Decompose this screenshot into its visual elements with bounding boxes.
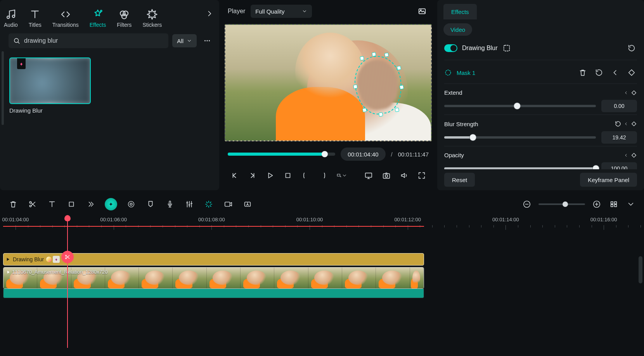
param-blur-strength: Blur Strength 19.42 — [444, 115, 637, 146]
prev-keyframe-icon[interactable] — [610, 67, 621, 78]
subtab-video[interactable]: Video — [443, 23, 472, 36]
marker-button[interactable] — [145, 199, 156, 210]
results-grid: ♦ Drawing Blur — [0, 54, 219, 118]
zoom-in-button[interactable] — [591, 199, 602, 210]
tab-titles[interactable]: Titles — [29, 9, 42, 28]
video-clip[interactable]: 1110670_Amusement_Relation_1280x720 — [3, 267, 424, 289]
blur-strength-value[interactable]: 19.42 — [601, 131, 637, 144]
aspect-ratio-button[interactable] — [336, 170, 347, 181]
svg-rect-13 — [337, 174, 340, 176]
tab-audio[interactable]: Audio — [4, 9, 18, 28]
reset-mask-button[interactable] — [594, 67, 604, 78]
voiceover-button[interactable] — [164, 199, 175, 210]
keyframe-panel-button[interactable]: Keyframe Panel — [580, 173, 637, 187]
audio-mixer-button[interactable] — [184, 199, 195, 210]
add-keyframe-button[interactable] — [631, 121, 637, 127]
mask-handle[interactable] — [379, 112, 383, 116]
mask-handle[interactable] — [400, 85, 404, 89]
mark-in-button[interactable] — [301, 170, 310, 181]
mask-name[interactable]: Mask 1 — [457, 69, 475, 76]
mask-handle[interactable] — [395, 108, 399, 112]
svg-point-8 — [207, 40, 208, 42]
svg-rect-25 — [169, 201, 171, 205]
tab-effects-panel[interactable]: Effects — [443, 4, 477, 19]
mask-handle[interactable] — [360, 56, 364, 61]
total-time: 00:01:11:47 — [398, 151, 429, 158]
tabs-next-icon[interactable] — [203, 7, 216, 20]
reset-button[interactable]: Reset — [444, 173, 475, 187]
mark-out-button[interactable] — [319, 170, 328, 181]
stop-button[interactable] — [283, 170, 293, 181]
delete-clip-button[interactable] — [8, 199, 19, 210]
player-canvas[interactable] — [225, 24, 432, 141]
play-button[interactable] — [265, 170, 275, 181]
camera-snapshot-button[interactable] — [382, 170, 391, 181]
prev-keyframe-icon[interactable] — [624, 153, 628, 158]
playhead-split-icon[interactable] — [61, 251, 74, 263]
media-library-pane: Audio Titles Transitions Effects Filters… — [0, 0, 219, 190]
crop-clip-button[interactable] — [66, 199, 77, 210]
text-clip-button[interactable] — [47, 199, 57, 210]
quality-select[interactable]: Full Quality — [251, 5, 312, 18]
tab-transitions[interactable]: Transitions — [52, 9, 79, 28]
split-clip-button[interactable] — [27, 199, 38, 210]
tab-effects[interactable]: Effects — [90, 9, 106, 28]
extend-slider[interactable] — [444, 105, 596, 107]
image-icon — [417, 7, 427, 16]
mask-handle[interactable] — [353, 85, 357, 89]
properties-scroll[interactable]: Drawing Blur Mask 1 Extend — [437, 40, 644, 190]
snapshot-button[interactable] — [415, 5, 429, 17]
delete-mask-button[interactable] — [577, 67, 588, 78]
effect-thumbnail-image: ♦ — [9, 57, 91, 104]
more-options-button[interactable] — [201, 34, 214, 47]
playhead[interactable] — [67, 215, 68, 348]
progress-slider[interactable] — [228, 153, 335, 156]
player-progress-row: 00:01:04:40 / 00:01:11:47 — [225, 145, 432, 163]
library-scrollbar[interactable] — [2, 51, 4, 125]
zoom-out-button[interactable] — [521, 199, 532, 210]
add-keyframe-button[interactable] — [626, 67, 637, 78]
mask-handle[interactable] — [372, 52, 376, 56]
render-preview-button[interactable] — [242, 199, 253, 210]
timeline-view-button[interactable] — [608, 199, 619, 210]
video-clip-icon — [6, 270, 10, 274]
prev-frame-button[interactable] — [230, 170, 239, 181]
mask-handle[interactable] — [397, 66, 401, 70]
effect-thumb[interactable]: ♦ Drawing Blur — [9, 57, 91, 114]
empty-track[interactable] — [3, 232, 641, 253]
extend-value[interactable]: 0.00 — [601, 100, 637, 112]
add-keyframe-button[interactable] — [631, 90, 637, 96]
prev-keyframe-icon[interactable] — [624, 90, 628, 95]
tab-stickers[interactable]: Stickers — [142, 9, 162, 28]
filter-all-dropdown[interactable]: All — [172, 34, 197, 47]
timeline-scrollbar[interactable] — [639, 256, 642, 283]
search-input[interactable] — [24, 37, 164, 44]
more-timeline-button[interactable] — [85, 199, 96, 210]
mask-handle[interactable] — [362, 108, 367, 112]
progress-thumb[interactable] — [322, 151, 328, 157]
search-box[interactable] — [9, 33, 168, 48]
volume-button[interactable] — [400, 170, 409, 181]
add-keyframe-button[interactable] — [631, 152, 637, 158]
auto-reframe-button[interactable] — [203, 199, 214, 210]
audio-clip[interactable] — [3, 289, 424, 298]
properties-tabs: Effects — [437, 0, 644, 19]
preview-display-button[interactable] — [364, 170, 374, 181]
next-frame-button[interactable] — [248, 170, 257, 181]
tab-filters[interactable]: Filters — [117, 9, 132, 28]
prev-keyframe-icon[interactable] — [624, 122, 628, 126]
reset-effect-button[interactable] — [626, 43, 637, 54]
effect-enable-toggle[interactable] — [444, 44, 457, 52]
mask-handle[interactable] — [384, 53, 389, 57]
timeline-ruler[interactable]: 00:01:04:0000:01:06:0000:01:08:0000:01:1… — [3, 215, 641, 232]
ai-tools-button[interactable]: ✦ — [105, 198, 117, 210]
ruler-tick-label: 00:01:12:00 — [394, 217, 421, 222]
preview-content — [295, 33, 365, 110]
zoom-slider[interactable] — [538, 203, 585, 205]
color-tool-button[interactable] — [126, 199, 137, 210]
reset-param-button[interactable] — [615, 120, 621, 127]
blur-strength-slider[interactable] — [444, 136, 596, 139]
speed-ramp-button[interactable] — [223, 199, 234, 210]
timeline-options-button[interactable] — [625, 199, 636, 210]
fullscreen-button[interactable] — [417, 170, 426, 181]
